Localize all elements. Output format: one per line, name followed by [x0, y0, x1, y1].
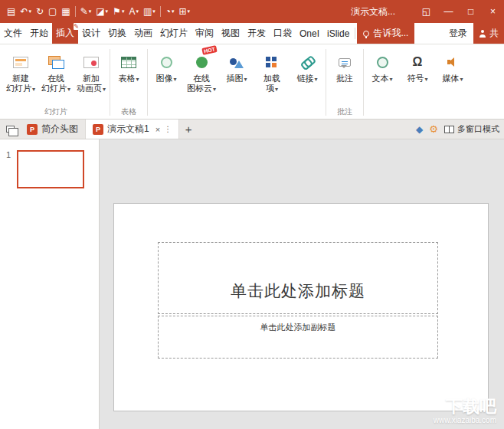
maximize-button[interactable]: □	[460, 0, 482, 23]
new-document-icon: ▢	[48, 6, 57, 17]
separator	[147, 49, 148, 116]
chevron-down-icon: ▾	[424, 76, 427, 83]
subtitle-placeholder[interactable]: 单击此处添加副标题	[158, 316, 438, 359]
ribbon-group-comments: 批注 批注	[327, 46, 362, 119]
media-button[interactable]: 媒体▾	[435, 46, 470, 84]
more-options-icon[interactable]: ⋮	[164, 125, 172, 133]
hot-badge: HOT	[201, 45, 217, 55]
online-slides-button[interactable]: 在线 幻灯片▾	[38, 46, 74, 94]
tab-file[interactable]: 文件	[0, 23, 26, 44]
new-document-button[interactable]: ▢	[46, 2, 59, 21]
shapes-button[interactable]: ◔▾	[163, 2, 177, 21]
illustration-icon	[230, 57, 244, 68]
tab-koudai[interactable]: 口袋	[270, 23, 296, 44]
tab-slideshow[interactable]: 幻灯片	[156, 23, 191, 44]
undo-button[interactable]: ↶▾	[18, 2, 34, 21]
image-button[interactable]: 图像▾	[149, 46, 184, 84]
tab-design[interactable]: 设计	[78, 23, 104, 44]
document-tab-presentation1[interactable]: P 演示文稿1 × ⋮	[86, 120, 179, 139]
online-icon-cloud-button[interactable]: HOT 在线 图标云▾	[184, 46, 219, 94]
chevron-down-icon: ▾	[244, 76, 247, 83]
multi-window-icon	[444, 126, 454, 133]
table-icon	[121, 57, 136, 68]
group-label-table: 表格	[111, 106, 146, 119]
paste-button[interactable]: ▥▾	[141, 2, 158, 21]
application-window: ▤ ↶▾ ↻ ▢ ▦ ✎▾ ◪▾ ⚑▾ A▾ ▥▾ ◔▾ ⊞▾ 演示文稿... …	[0, 0, 504, 429]
chevron-down-icon: ▾	[67, 86, 70, 93]
tab-insert[interactable]: 插入✎	[52, 23, 78, 44]
tab-onei[interactable]: OneI	[296, 23, 323, 44]
brush-icon[interactable]: ◆	[416, 124, 423, 135]
format-painter-button[interactable]: ◪▾	[93, 2, 110, 21]
new-slide-button[interactable]: 新建 幻灯片▾	[3, 46, 38, 94]
font-color-button[interactable]: A▾	[126, 2, 141, 21]
quick-access-toolbar: ▤ ↶▾ ↻ ▢ ▦ ✎▾ ◪▾ ⚑▾ A▾ ▥▾ ◔▾ ⊞▾	[5, 2, 192, 21]
chevron-down-icon: ▾	[389, 76, 392, 83]
watermark-title: 下载吧	[434, 397, 496, 416]
redo-button[interactable]: ↻	[34, 2, 46, 21]
grid-button[interactable]: ⊞▾	[177, 2, 193, 21]
save-button[interactable]: ▤	[5, 2, 18, 21]
speaker-icon	[447, 57, 458, 67]
ribbon-group-slides: 新建 幻灯片▾ 在线 幻灯片▾ 新加 动画页▾ 幻灯片	[3, 46, 109, 119]
close-icon: ×	[490, 6, 496, 17]
watermark: 下载吧 www.xiazaiba.com	[434, 397, 496, 425]
flag-button[interactable]: ⚑▾	[110, 2, 126, 21]
tab-developer[interactable]: 开发	[244, 23, 270, 44]
new-slide-icon	[13, 57, 28, 68]
close-tab-icon[interactable]: ×	[155, 125, 160, 134]
separator	[326, 49, 326, 116]
tab-home[interactable]: 开始	[26, 23, 52, 44]
illustration-button[interactable]: 插图▾	[219, 46, 254, 84]
tab-view[interactable]: 视图	[218, 23, 244, 44]
tab-bar-tools: ◆ ⚙ 多窗口模式	[416, 120, 504, 139]
maximize-icon: □	[468, 6, 473, 17]
undo-icon: ↶	[20, 6, 28, 17]
keyboard-icon: ▦	[61, 6, 70, 17]
chevron-down-icon: ▾	[103, 86, 106, 93]
add-ins-button[interactable]: 加载 项▾	[254, 46, 290, 94]
tell-me-box[interactable]: 告诉我...	[357, 23, 414, 44]
table-button[interactable]: 表格▾	[111, 46, 146, 84]
title-placeholder[interactable]: 单击此处添加标题	[158, 242, 438, 314]
gear-icon[interactable]: ⚙	[429, 123, 438, 135]
tab-animations[interactable]: 动画	[130, 23, 156, 44]
keyboard-button[interactable]: ▦	[59, 2, 72, 21]
watermark-url: www.xiazaiba.com	[434, 416, 496, 425]
lightbulb-icon	[363, 31, 369, 37]
new-animation-page-button[interactable]: 新加 动画页▾	[74, 46, 109, 94]
text-button[interactable]: 文本▾	[365, 46, 400, 84]
document-tab-bar: P 简介头图 P 演示文稿1 × ⋮ + ◆ ⚙ 多窗口模式	[0, 120, 504, 139]
slide-thumbnail[interactable]	[17, 150, 84, 188]
paste-icon: ▥	[143, 6, 152, 17]
share-button[interactable]: 共	[473, 23, 504, 44]
grid-icon: ⊞	[179, 6, 187, 17]
image-icon	[161, 57, 172, 68]
icon-cloud-icon	[196, 57, 208, 68]
tab-review[interactable]: 审阅	[191, 23, 218, 44]
tab-islide[interactable]: iSlide	[323, 23, 353, 44]
link-button[interactable]: 链接▾	[290, 46, 325, 84]
link-icon	[299, 55, 315, 69]
workspace: 1 单击此处添加标题 单击此处添加副标题 下载吧 www.xiazaiba.co…	[0, 139, 504, 429]
flag-icon: ⚑	[113, 6, 121, 17]
window-menu-button[interactable]: ◱	[415, 0, 437, 23]
chevron-down-icon: ▾	[122, 8, 125, 15]
close-button[interactable]: ×	[482, 0, 504, 23]
multi-window-mode-button[interactable]: 多窗口模式	[444, 123, 499, 135]
redo-icon: ↻	[36, 6, 44, 17]
group-label-empty	[365, 106, 470, 119]
shapes-icon: ◔	[165, 6, 171, 17]
sign-in-button[interactable]: 登录	[443, 23, 473, 44]
window-title: 演示文稿...	[351, 5, 395, 18]
spacer	[414, 23, 443, 44]
symbol-button[interactable]: Ω 符号▾	[400, 46, 435, 84]
minimize-button[interactable]: —	[437, 0, 460, 23]
document-tab-intro[interactable]: P 简介头图	[20, 120, 86, 139]
separator	[75, 6, 76, 17]
window-switch-button[interactable]	[0, 120, 20, 139]
pen-button[interactable]: ✎▾	[78, 2, 94, 21]
comment-button[interactable]: 批注	[327, 46, 362, 84]
new-tab-button[interactable]: +	[179, 120, 198, 139]
tab-transitions[interactable]: 切换	[104, 23, 130, 44]
